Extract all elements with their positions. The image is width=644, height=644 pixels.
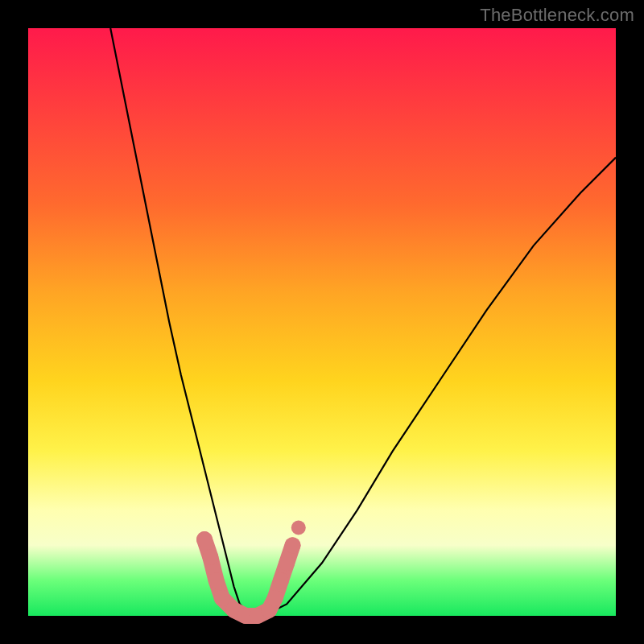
trough-isolated-dot [291,521,306,535]
trough-marker [285,537,301,553]
plot-area [28,28,616,616]
trough-marker [273,572,289,588]
trough-marker [279,555,295,571]
watermark-text: TheBottleneck.com [480,5,634,26]
bottleneck-curve [110,28,616,616]
trough-marker [196,531,213,547]
trough-marker [214,590,230,606]
trough-marker-group [196,521,306,625]
trough-marker [208,572,225,588]
chart-frame: TheBottleneck.com [0,0,644,644]
trough-marker [267,590,283,606]
trough-marker [202,549,218,565]
curve-svg [28,28,616,616]
